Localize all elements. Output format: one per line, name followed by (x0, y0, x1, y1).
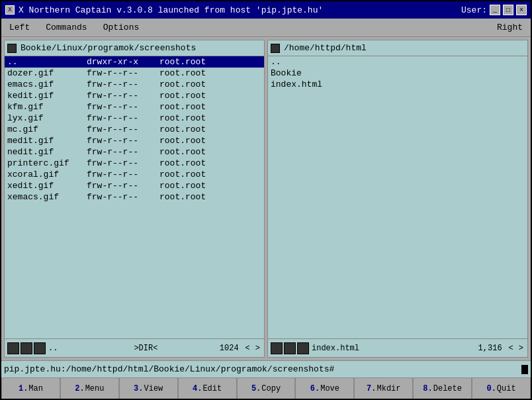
left-file-row[interactable]: mc.giffrw-r--r--root.root (5, 124, 264, 135)
fn-label: Copy (261, 384, 281, 393)
file-name: index.html (271, 79, 350, 89)
menu-right[interactable]: Right (489, 19, 531, 36)
right-prev-arrow[interactable]: < (508, 344, 515, 353)
minimize-button[interactable]: _ (490, 5, 500, 15)
right-panel: /home/httpd/html ..Bookieindex.html inde… (267, 40, 528, 358)
panels-row: Bookie/Linux/programok/screenshots ..drw… (1, 37, 531, 360)
left-icon-2 (21, 342, 32, 354)
command-line-bar: pip.jpte.hu:/home/httpd/html/Bookie/Linu… (1, 360, 531, 377)
fn-num: 7. (367, 384, 376, 393)
right-panel-path: /home/httpd/html (284, 43, 367, 53)
fn-num: 1. (19, 384, 28, 393)
fn-button-delete[interactable]: 8.Delete (413, 378, 472, 399)
left-file-row[interactable]: kedit.giffrw-r--r--root.root (5, 90, 264, 101)
left-file-row[interactable]: emacs.giffrw-r--r--root.root (5, 79, 264, 90)
file-owner: root.root (159, 192, 206, 202)
file-perms: frw-r--r-- (87, 181, 159, 191)
fn-button-edit[interactable]: 4.Edit (178, 378, 237, 399)
right-footer-label: index.html (312, 344, 476, 353)
left-footer-label: .. (48, 344, 131, 353)
fn-button-mkdir[interactable]: 7.Mkdir (354, 378, 413, 399)
fn-button-view[interactable]: 3.View (119, 378, 178, 399)
menu-commands[interactable]: Commands (38, 19, 95, 36)
file-name: mc.gif (7, 125, 87, 134)
fn-button-copy[interactable]: 5.Copy (237, 378, 296, 399)
file-name: dozer.gif (7, 68, 87, 78)
file-perms: frw-r--r-- (87, 147, 159, 157)
file-owner: root.root (159, 68, 206, 78)
app-icon[interactable]: X (5, 5, 15, 15)
user-label: User: (461, 5, 487, 15)
file-owner: root.root (159, 113, 206, 123)
left-file-row[interactable]: medit.giffrw-r--r--root.root (5, 135, 264, 146)
fn-label: Quit (497, 384, 516, 393)
file-name: xedit.gif (7, 181, 87, 191)
file-perms: frw-r--r-- (87, 170, 159, 179)
title-bar-controls: User: _ □ × (461, 5, 527, 15)
right-panel-header: /home/httpd/html (268, 40, 527, 56)
left-file-row[interactable]: dozer.giffrw-r--r--root.root (5, 68, 264, 79)
fn-button-menu[interactable]: 2.Menu (60, 378, 119, 399)
file-name: printerc.gif (7, 158, 87, 168)
title-bar: X X Northern Captain v.3.0.8 launched fr… (1, 1, 531, 19)
right-panel-icon (271, 44, 280, 53)
file-owner: root.root (159, 181, 206, 191)
right-file-row[interactable]: Bookie (268, 68, 527, 79)
function-bar: 1.Man2.Menu3.View4.Edit5.Copy6.Move7.Mkd… (1, 377, 531, 399)
left-icon-3 (34, 342, 46, 354)
left-panel-header: Bookie/Linux/programok/screenshots (5, 40, 264, 56)
right-footer-icons (271, 342, 309, 354)
file-owner: root.root (159, 91, 206, 101)
fn-label: Edit (202, 384, 222, 393)
left-file-row[interactable]: ..drwxr-xr-xroot.root (5, 56, 264, 68)
left-panel: Bookie/Linux/programok/screenshots ..drw… (4, 40, 265, 358)
fn-label: Mkdir (377, 384, 400, 393)
left-prev-arrow[interactable]: < (244, 344, 251, 353)
right-file-row[interactable]: .. (268, 56, 527, 68)
file-perms: frw-r--r-- (87, 136, 159, 146)
menu-left[interactable]: Left (1, 19, 38, 36)
file-name: Bookie (271, 68, 350, 78)
right-next-arrow[interactable]: > (517, 344, 525, 353)
file-perms: frw-r--r-- (87, 192, 159, 202)
fn-button-man[interactable]: 1.Man (1, 378, 60, 399)
left-file-row[interactable]: printerc.giffrw-r--r--root.root (5, 158, 264, 169)
fn-button-move[interactable]: 6.Move (295, 378, 354, 399)
right-icon-2 (284, 342, 296, 354)
right-icon-3 (297, 342, 309, 354)
fn-label: Delete (433, 384, 462, 393)
left-file-row[interactable]: nedit.giffrw-r--r--root.root (5, 146, 264, 158)
fn-num: 8. (423, 384, 432, 393)
fn-num: 2. (75, 384, 84, 393)
maximize-button[interactable]: □ (503, 5, 513, 15)
file-name: medit.gif (7, 136, 87, 146)
left-file-row[interactable]: xedit.giffrw-r--r--root.root (5, 180, 264, 191)
file-name: .. (271, 57, 350, 67)
fn-num: 3. (134, 384, 143, 393)
menu-bar: Left Commands Options Right (1, 19, 531, 37)
file-perms: frw-r--r-- (87, 91, 159, 101)
file-owner: root.root (159, 136, 206, 146)
fn-button-quit[interactable]: 0.Quit (472, 378, 531, 399)
left-next-arrow[interactable]: > (254, 344, 261, 353)
file-owner: root.root (159, 79, 206, 89)
command-line-text: pip.jpte.hu:/home/httpd/html/Bookie/Linu… (4, 364, 521, 374)
left-file-row[interactable]: kfm.giffrw-r--r--root.root (5, 101, 264, 113)
file-name: xcoral.gif (7, 170, 87, 179)
left-file-row[interactable]: xemacs.giffrw-r--r--root.root (5, 191, 264, 203)
left-icon-1 (7, 342, 19, 354)
file-name: nedit.gif (7, 147, 87, 157)
right-footer-size: 1,316 (478, 344, 502, 353)
file-perms: frw-r--r-- (87, 68, 159, 78)
file-name: lyx.gif (7, 113, 87, 123)
close-button[interactable]: × (516, 5, 527, 15)
file-perms: frw-r--r-- (87, 79, 159, 89)
file-name: emacs.gif (7, 79, 87, 89)
menu-options[interactable]: Options (95, 19, 148, 36)
left-panel-footer: .. >DIR< 1024 < > (5, 338, 264, 357)
left-file-row[interactable]: xcoral.giffrw-r--r--root.root (5, 169, 264, 180)
menu-spacer (147, 19, 489, 36)
right-file-row[interactable]: index.html (268, 79, 527, 90)
left-file-row[interactable]: lyx.giffrw-r--r--root.root (5, 113, 264, 124)
file-perms: frw-r--r-- (87, 113, 159, 123)
